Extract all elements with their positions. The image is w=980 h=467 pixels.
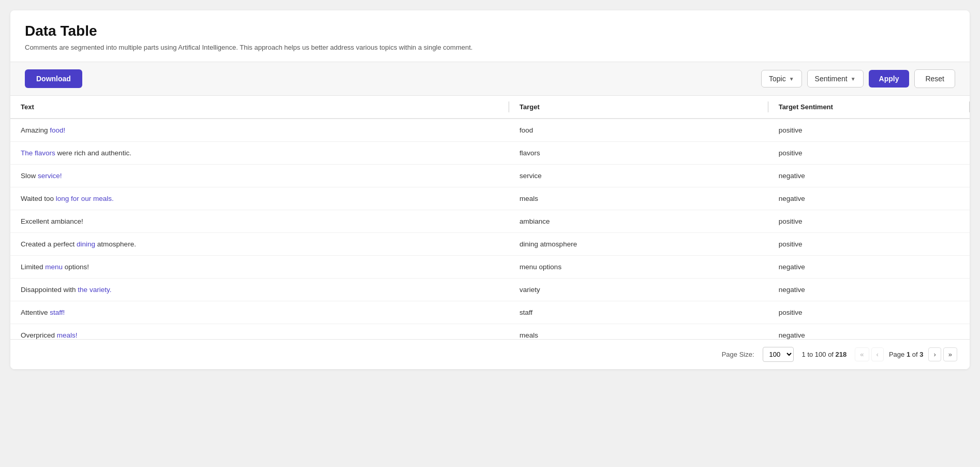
col-divider-3 xyxy=(969,101,970,113)
cell-target: service xyxy=(509,165,768,187)
table-row: Limited menu options!menu optionsnegativ… xyxy=(10,256,970,279)
cell-sentiment: positive xyxy=(768,301,970,324)
page-title: Data Table xyxy=(25,23,955,39)
cell-text: Disappointed with the variety. xyxy=(10,279,509,301)
sentiment-chevron-icon: ▼ xyxy=(851,76,856,82)
sentiment-dropdown-label: Sentiment xyxy=(815,75,848,83)
cell-text: Created a perfect dining atmosphere. xyxy=(10,233,509,256)
cell-target: variety xyxy=(509,279,768,301)
cell-sentiment: negative xyxy=(768,187,970,210)
cell-target: ambiance xyxy=(509,210,768,233)
col-header-text: Text xyxy=(10,96,509,119)
data-table: Text Target Target Sentiment xyxy=(10,96,970,339)
page-range-info: 1 to 100 of 218 xyxy=(802,351,847,358)
cell-sentiment: negative xyxy=(768,279,970,301)
col-header-sentiment: Target Sentiment xyxy=(768,96,970,119)
page-wrapper: Data Table Comments are segmented into m… xyxy=(0,0,980,467)
toolbar-section: Download Topic ▼ Sentiment ▼ Apply Reset xyxy=(10,62,970,96)
table-row: Overpriced meals!mealsnegative xyxy=(10,324,970,340)
cell-target: meals xyxy=(509,324,768,340)
table-row: Slow service!servicenegative xyxy=(10,165,970,187)
header-section: Data Table Comments are segmented into m… xyxy=(10,10,970,62)
table-row: Created a perfect dining atmosphere.dini… xyxy=(10,233,970,256)
topic-dropdown[interactable]: Topic ▼ xyxy=(761,70,802,87)
cell-text: Slow service! xyxy=(10,165,509,187)
table-row: Waited too long for our meals.mealsnegat… xyxy=(10,187,970,210)
table-row: Disappointed with the variety.varietyneg… xyxy=(10,279,970,301)
topic-dropdown-label: Topic xyxy=(769,75,786,83)
cell-sentiment: positive xyxy=(768,210,970,233)
reset-button[interactable]: Reset xyxy=(914,69,955,88)
table-header: Text Target Target Sentiment xyxy=(10,96,970,119)
first-page-button[interactable]: « xyxy=(855,347,869,361)
topic-chevron-icon: ▼ xyxy=(789,76,794,82)
cell-sentiment: positive xyxy=(768,142,970,165)
last-page-button[interactable]: » xyxy=(943,347,957,361)
table-body: Amazing food!foodpositiveThe flavors wer… xyxy=(10,119,970,339)
apply-button[interactable]: Apply xyxy=(869,70,910,87)
cell-target: staff xyxy=(509,301,768,324)
table-row: Amazing food!foodpositive xyxy=(10,119,970,142)
table-header-row: Text Target Target Sentiment xyxy=(10,96,970,119)
main-card: Data Table Comments are segmented into m… xyxy=(10,10,970,369)
next-page-button[interactable]: › xyxy=(928,347,941,361)
total-pages: 3 xyxy=(919,351,923,358)
table-container: Text Target Target Sentiment xyxy=(10,96,970,369)
pagination-bar: Page Size: 10 25 50 100 250 1 to 100 of … xyxy=(10,339,970,369)
cell-sentiment: negative xyxy=(768,165,970,187)
page-range-total: 218 xyxy=(836,351,847,358)
page-size-label: Page Size: xyxy=(722,351,754,358)
table-row: Excellent ambiance!ambiancepositive xyxy=(10,210,970,233)
cell-target: meals xyxy=(509,187,768,210)
cell-sentiment: positive xyxy=(768,119,970,142)
cell-text: Amazing food! xyxy=(10,119,509,142)
page-size-select[interactable]: 10 25 50 100 250 xyxy=(763,347,794,362)
cell-sentiment: negative xyxy=(768,256,970,279)
cell-text: Overpriced meals! xyxy=(10,324,509,340)
page-info: Page 1 of 3 xyxy=(889,351,924,358)
cell-text: Attentive staff! xyxy=(10,301,509,324)
sentiment-dropdown[interactable]: Sentiment ▼ xyxy=(807,70,864,87)
page-range-pre: 1 to 100 of xyxy=(802,351,836,358)
cell-text: Waited too long for our meals. xyxy=(10,187,509,210)
cell-target: menu options xyxy=(509,256,768,279)
page-subtitle: Comments are segmented into multiple par… xyxy=(25,43,955,51)
filter-group: Topic ▼ Sentiment ▼ Apply Reset xyxy=(761,69,955,88)
cell-text: Limited menu options! xyxy=(10,256,509,279)
table-row: Attentive staff!staffpositive xyxy=(10,301,970,324)
pagination-controls: « ‹ Page 1 of 3 › » xyxy=(855,347,957,361)
cell-target: flavors xyxy=(509,142,768,165)
page-label-pre: Page xyxy=(889,351,907,358)
col-header-target: Target xyxy=(509,96,768,119)
page-label-mid: of xyxy=(910,351,919,358)
table-row: The flavors were rich and authentic.flav… xyxy=(10,142,970,165)
cell-sentiment: negative xyxy=(768,324,970,340)
cell-sentiment: positive xyxy=(768,233,970,256)
cell-text: Excellent ambiance! xyxy=(10,210,509,233)
cell-text: The flavors were rich and authentic. xyxy=(10,142,509,165)
table-scroll-area[interactable]: Text Target Target Sentiment xyxy=(10,96,970,339)
cell-target: food xyxy=(509,119,768,142)
prev-page-button[interactable]: ‹ xyxy=(871,347,884,361)
cell-target: dining atmosphere xyxy=(509,233,768,256)
download-button[interactable]: Download xyxy=(25,69,82,88)
